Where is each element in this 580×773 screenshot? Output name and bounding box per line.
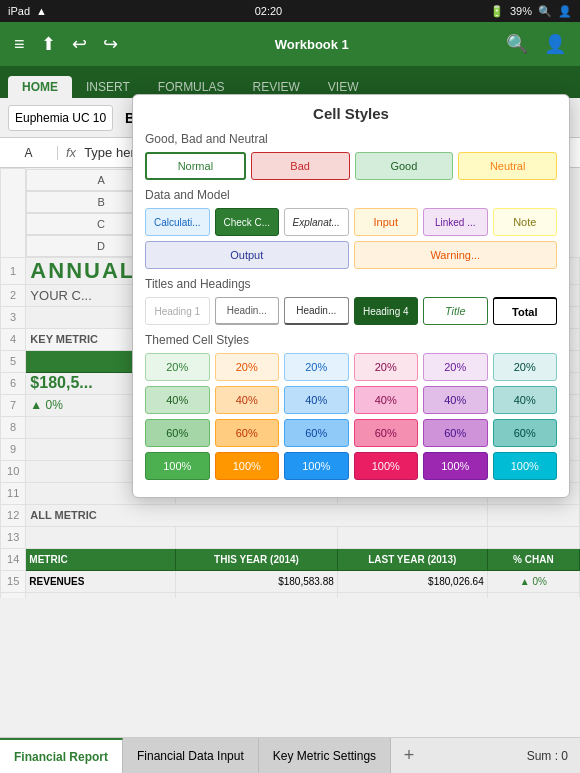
last-year-value[interactable]: $80,883.33 xyxy=(337,592,487,598)
all-metric-cell[interactable]: ALL METRIC xyxy=(26,504,487,526)
undo-button[interactable]: ↩ xyxy=(68,29,91,59)
themed-40-blue-btn[interactable]: 40% xyxy=(284,386,349,414)
themed-40-orange-btn[interactable]: 40% xyxy=(215,386,280,414)
tab-home[interactable]: HOME xyxy=(8,76,72,98)
style-heading3-btn[interactable]: Headin... xyxy=(284,297,349,325)
status-bar-right: 🔋 39% 🔍 👤 xyxy=(490,5,572,18)
themed-20-orange-btn[interactable]: 20% xyxy=(215,353,280,381)
account-icon[interactable]: 👤 xyxy=(540,29,570,59)
themed-60-orange-btn[interactable]: 60% xyxy=(215,419,280,447)
last-year-value[interactable]: $180,026.64 xyxy=(337,570,487,592)
data-model-row1: Calculati... Check C... Explanat... Inpu… xyxy=(145,208,557,236)
themed-label: Themed Cell Styles xyxy=(145,333,557,347)
themed-20-teal-btn[interactable]: 20% xyxy=(493,353,558,381)
themed-20-green-btn[interactable]: 20% xyxy=(145,353,210,381)
corner-cell xyxy=(1,169,26,258)
fx-label: fx xyxy=(66,145,76,160)
sum-display: Sum : 0 xyxy=(515,749,580,763)
themed-60-green-btn[interactable]: 60% xyxy=(145,419,210,447)
last-year-col-header: LAST YEAR (2013) xyxy=(337,548,487,570)
this-year-value[interactable]: $94,419.46 xyxy=(176,592,337,598)
themed-100-row: 100% 100% 100% 100% 100% 100% xyxy=(145,452,557,480)
style-heading2-btn[interactable]: Headin... xyxy=(215,297,280,325)
themed-100-blue-btn[interactable]: 100% xyxy=(284,452,349,480)
themed-100-purple-btn[interactable]: 100% xyxy=(423,452,488,480)
style-title-btn[interactable]: Title xyxy=(423,297,488,325)
style-output-btn[interactable]: Output xyxy=(145,241,349,269)
font-family-selector[interactable]: Euphemia UC 10 xyxy=(8,105,113,131)
cell-styles-title: Cell Styles xyxy=(145,105,557,122)
data-model-row2: Output Warning... xyxy=(145,241,557,269)
battery-icon: 🔋 xyxy=(490,5,504,18)
themed-60-purple-btn[interactable]: 60% xyxy=(423,419,488,447)
metric-name[interactable]: REVENUES xyxy=(26,570,176,592)
account-icon[interactable]: 👤 xyxy=(558,5,572,18)
pct-change[interactable]: ▲ 0% xyxy=(487,570,579,592)
tab-bar: Financial Report Financial Data Input Ke… xyxy=(0,737,580,773)
titles-headings-row: Heading 1 Headin... Headin... Heading 4 … xyxy=(145,297,557,325)
this-year-col-header: THIS YEAR (2014) xyxy=(176,548,337,570)
themed-100-green-btn[interactable]: 100% xyxy=(145,452,210,480)
font-family-label: Euphemia UC xyxy=(15,111,90,125)
good-bad-neutral-row: Normal Bad Good Neutral xyxy=(145,152,557,180)
pct-change[interactable]: ▲ 17% xyxy=(487,592,579,598)
metric-col-header: METRIC xyxy=(26,548,176,570)
good-bad-neutral-label: Good, Bad and Neutral xyxy=(145,132,557,146)
style-heading1-btn[interactable]: Heading 1 xyxy=(145,297,210,325)
themed-60-red-btn[interactable]: 60% xyxy=(354,419,419,447)
themed-100-orange-btn[interactable]: 100% xyxy=(215,452,280,480)
this-year-value[interactable]: $180,583.88 xyxy=(176,570,337,592)
themed-20-blue-btn[interactable]: 20% xyxy=(284,353,349,381)
style-normal-btn[interactable]: Normal xyxy=(145,152,246,180)
themed-40-purple-btn[interactable]: 40% xyxy=(423,386,488,414)
style-linked-btn[interactable]: Linked ... xyxy=(423,208,488,236)
sheet-tab-financial-report[interactable]: Financial Report xyxy=(0,738,123,773)
style-explanation-btn[interactable]: Explanat... xyxy=(284,208,349,236)
table-row: 16 OPERATING EXPENSES $94,419.46 $80,883… xyxy=(1,592,580,598)
themed-20-purple-btn[interactable]: 20% xyxy=(423,353,488,381)
themed-40-green-btn[interactable]: 40% xyxy=(145,386,210,414)
pct-change-col-header: % CHAN xyxy=(487,548,579,570)
wifi-icon: ▲ xyxy=(36,5,47,17)
style-input-btn[interactable]: Input xyxy=(354,208,419,236)
sheet-tab-key-metric[interactable]: Key Metric Settings xyxy=(259,738,391,773)
style-check-btn[interactable]: Check C... xyxy=(215,208,280,236)
sheet-tab-financial-data[interactable]: Financial Data Input xyxy=(123,738,259,773)
themed-20-red-btn[interactable]: 20% xyxy=(354,353,419,381)
font-size-label: 10 xyxy=(93,111,106,125)
style-bad-btn[interactable]: Bad xyxy=(251,152,350,180)
cell-styles-popup: Cell Styles Good, Bad and Neutral Normal… xyxy=(132,94,570,498)
style-warning-btn[interactable]: Warning... xyxy=(354,241,558,269)
themed-60-blue-btn[interactable]: 60% xyxy=(284,419,349,447)
themed-100-red-btn[interactable]: 100% xyxy=(354,452,419,480)
cell-reference: A xyxy=(8,146,58,160)
redo-button[interactable]: ↪ xyxy=(99,29,122,59)
add-sheet-button[interactable]: + xyxy=(395,742,423,770)
table-row: 13 xyxy=(1,526,580,548)
style-note-btn[interactable]: Note xyxy=(493,208,558,236)
themed-40-row: 40% 40% 40% 40% 40% 40% xyxy=(145,386,557,414)
back-button[interactable]: ≡ xyxy=(10,30,29,59)
table-row: 15 REVENUES $180,583.88 $180,026.64 ▲ 0% xyxy=(1,570,580,592)
style-good-btn[interactable]: Good xyxy=(355,152,454,180)
share-button[interactable]: ⬆ xyxy=(37,29,60,59)
metric-name[interactable]: OPERATING EXPENSES xyxy=(26,592,176,598)
style-calc-btn[interactable]: Calculati... xyxy=(145,208,210,236)
themed-100-teal-btn[interactable]: 100% xyxy=(493,452,558,480)
status-bar-left: iPad ▲ xyxy=(8,5,47,17)
themed-40-teal-btn[interactable]: 40% xyxy=(493,386,558,414)
toolbar: ≡ ⬆ ↩ ↪ Workbook 1 🔍 👤 xyxy=(0,22,580,66)
search-icon[interactable]: 🔍 xyxy=(538,5,552,18)
style-heading4-btn[interactable]: Heading 4 xyxy=(354,297,419,325)
style-neutral-btn[interactable]: Neutral xyxy=(458,152,557,180)
status-time: 02:20 xyxy=(255,5,283,17)
search-icon[interactable]: 🔍 xyxy=(502,29,532,59)
battery-level: 39% xyxy=(510,5,532,17)
table-row: 12 ALL METRIC xyxy=(1,504,580,526)
themed-60-teal-btn[interactable]: 60% xyxy=(493,419,558,447)
themed-40-red-btn[interactable]: 40% xyxy=(354,386,419,414)
style-total-btn[interactable]: Total xyxy=(493,297,558,325)
table-row: 14 METRIC THIS YEAR (2014) LAST YEAR (20… xyxy=(1,548,580,570)
workbook-title: Workbook 1 xyxy=(130,37,494,52)
data-model-label: Data and Model xyxy=(145,188,557,202)
